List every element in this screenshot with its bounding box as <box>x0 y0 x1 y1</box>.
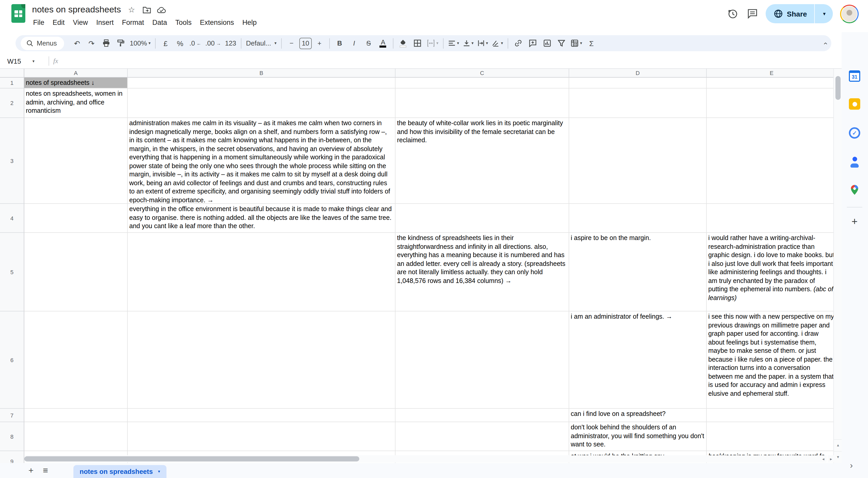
cell-d1[interactable] <box>569 78 707 88</box>
cell-d8[interactable]: don't look behind the shoulders of an ad… <box>569 422 707 451</box>
scroll-left-button[interactable]: ◂ <box>820 455 827 462</box>
cell-a7[interactable] <box>24 409 128 422</box>
row-header-4[interactable]: 4 <box>0 204 24 233</box>
italic-button[interactable]: I <box>347 37 361 50</box>
print-button[interactable] <box>99 37 113 50</box>
comment-history-icon[interactable] <box>746 7 758 20</box>
decrease-decimal-button[interactable]: .0← <box>188 37 203 50</box>
google-contacts-icon[interactable] <box>849 156 860 168</box>
column-header-d[interactable]: D <box>569 69 707 78</box>
get-add-ons-button[interactable]: + <box>849 216 860 227</box>
row-header-5[interactable]: 5 <box>0 233 24 311</box>
redo-button[interactable]: ↷ <box>85 37 98 50</box>
version-history-icon[interactable] <box>726 7 739 20</box>
menu-edit[interactable]: Edit <box>49 17 69 28</box>
menu-extensions[interactable]: Extensions <box>196 17 238 28</box>
cell-b2[interactable] <box>128 88 396 118</box>
format-currency-button[interactable]: £ <box>159 37 173 50</box>
font-size-input[interactable]: 10 <box>299 37 312 49</box>
cell-e1[interactable] <box>707 78 833 88</box>
row-header-6[interactable]: 6 <box>0 311 24 409</box>
format-percent-button[interactable]: % <box>174 37 187 50</box>
share-button[interactable]: Share ▾ <box>766 4 833 23</box>
cell-b7[interactable] <box>128 409 396 422</box>
row-header-7[interactable]: 7 <box>0 409 24 422</box>
column-header-b[interactable]: B <box>128 69 396 78</box>
hide-toolbar-icon[interactable]: › <box>821 42 829 44</box>
cell-b3[interactable]: administration makes me calm in its visu… <box>128 118 396 204</box>
cell-d2[interactable] <box>569 88 707 118</box>
cell-d4[interactable] <box>569 204 707 233</box>
text-color-button[interactable]: A <box>376 37 390 50</box>
merge-cells-button[interactable]: ▾ <box>426 37 440 50</box>
column-header-e[interactable]: E <box>707 69 833 78</box>
vertical-align-button[interactable]: ▾ <box>462 37 475 50</box>
cell-a5[interactable] <box>24 233 128 311</box>
cell-a8[interactable] <box>24 422 128 451</box>
menu-insert[interactable]: Insert <box>92 17 118 28</box>
cell-b4[interactable]: everything in the office environment is … <box>128 204 396 233</box>
account-avatar[interactable] <box>840 4 859 23</box>
insert-chart-button[interactable] <box>540 37 554 50</box>
sheets-logo-icon[interactable] <box>11 4 25 23</box>
all-sheets-button[interactable]: ≡ <box>38 464 53 477</box>
horizontal-align-button[interactable]: ▾ <box>447 37 461 50</box>
cell-e2[interactable] <box>707 88 833 118</box>
menu-format[interactable]: Format <box>118 17 148 28</box>
cell-b1[interactable] <box>128 78 396 88</box>
move-to-folder-icon[interactable] <box>142 5 151 14</box>
cell-d3[interactable] <box>569 118 707 204</box>
cell-e6[interactable]: i see this now with a new perspective on… <box>707 311 833 409</box>
cell-a6[interactable] <box>24 311 128 409</box>
cell-d5[interactable]: i aspire to be on the margin. <box>569 233 707 311</box>
zoom-select[interactable]: 100%▾ <box>128 37 152 50</box>
sheet-tab-active[interactable]: notes on spreadsheets ▾ <box>73 465 166 478</box>
menu-tools[interactable]: Tools <box>171 17 196 28</box>
vertical-scrollbar[interactable]: ▴ ▾ <box>833 69 842 463</box>
horizontal-scrollbar[interactable] <box>24 455 822 462</box>
column-header-a[interactable]: A <box>24 69 128 78</box>
row-header-9[interactable]: 9 <box>0 451 24 463</box>
row-header-8[interactable]: 8 <box>0 422 24 451</box>
cell-a1[interactable]: notes of spreadsheets ↓ <box>24 78 128 88</box>
scroll-up-button[interactable]: ▴ <box>834 439 842 451</box>
menu-data[interactable]: Data <box>148 17 171 28</box>
strikethrough-button[interactable]: S <box>362 37 375 50</box>
undo-button[interactable]: ↶ <box>70 37 84 50</box>
menu-file[interactable]: File <box>29 17 49 28</box>
increase-font-size-button[interactable]: + <box>313 37 326 50</box>
insert-comment-button[interactable] <box>526 37 539 50</box>
vertical-scrollbar-thumb[interactable] <box>835 76 841 100</box>
cell-e3[interactable] <box>707 118 833 204</box>
create-filter-button[interactable] <box>555 37 568 50</box>
more-formats-button[interactable]: 123 <box>223 37 238 50</box>
row-header-1[interactable]: 1 <box>0 78 24 88</box>
search-menus-button[interactable]: Menus <box>21 36 64 50</box>
cell-c5[interactable]: the kindness of spreadsheets lies in the… <box>396 233 569 311</box>
name-box-dropdown-icon[interactable]: ▾ <box>32 59 34 63</box>
cell-a4[interactable] <box>24 204 128 233</box>
select-all-corner[interactable] <box>0 69 24 78</box>
pivot-table-button[interactable]: ▾ <box>569 37 584 50</box>
functions-button[interactable]: Σ <box>585 37 598 50</box>
horizontal-scrollbar-thumb[interactable] <box>24 456 359 461</box>
share-dropdown-icon[interactable]: ▾ <box>819 11 830 17</box>
sheet-tab-menu-icon[interactable]: ▾ <box>158 469 160 474</box>
scroll-right-button[interactable]: ▸ <box>828 455 834 462</box>
cell-c2[interactable] <box>396 88 569 118</box>
add-sheet-button[interactable]: + <box>24 464 38 477</box>
cell-b8[interactable] <box>128 422 396 451</box>
cell-e5[interactable]: i would rather have a writing-archival-r… <box>707 233 833 311</box>
google-tasks-icon[interactable]: ✓ <box>849 127 860 139</box>
cell-c4[interactable] <box>396 204 569 233</box>
cell-c8[interactable] <box>396 422 569 451</box>
google-keep-icon[interactable] <box>849 98 860 110</box>
cell-e7[interactable] <box>707 409 833 422</box>
increase-decimal-button[interactable]: .00→ <box>204 37 222 50</box>
insert-link-button[interactable] <box>511 37 525 50</box>
name-box[interactable]: W15 ▾ <box>0 57 44 65</box>
borders-button[interactable] <box>411 37 425 50</box>
menu-help[interactable]: Help <box>238 17 261 28</box>
cell-b5[interactable] <box>128 233 396 311</box>
cell-a2[interactable]: notes on spreadsheets, women in admin, a… <box>24 88 128 118</box>
